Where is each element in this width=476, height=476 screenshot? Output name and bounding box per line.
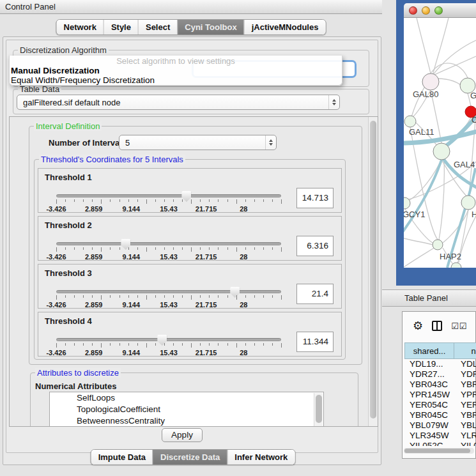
top-tab-label: Select xyxy=(146,22,170,32)
top-tab[interactable]: Network xyxy=(57,20,104,35)
table-hscrollbar-thumb[interactable] xyxy=(404,449,470,453)
gear-icon[interactable]: ⚙ xyxy=(413,320,423,332)
table-row[interactable]: YLR345W YLR345W xyxy=(404,431,476,441)
split-view-icon[interactable] xyxy=(432,321,442,331)
cell-name[interactable]: YDL19... xyxy=(454,359,476,369)
tick-mark xyxy=(65,343,66,346)
cell-shared-name[interactable]: YBR045C xyxy=(404,410,454,420)
threshold-value-field[interactable]: 11.344 xyxy=(296,332,334,352)
threshold-value-field[interactable]: 6.316 xyxy=(296,236,334,256)
slider-track[interactable] xyxy=(56,338,281,341)
cell-name[interactable]: YPR145W xyxy=(454,390,476,400)
popup-item[interactable]: Equal Width/Frequency Discretization xyxy=(10,75,342,85)
tick-mark xyxy=(128,247,129,250)
tick-mark xyxy=(164,295,165,298)
cell-shared-name[interactable]: YBL079W xyxy=(404,420,454,431)
settings-scrollbar[interactable] xyxy=(368,117,378,426)
slider-track[interactable] xyxy=(56,194,281,197)
attribute-list-item[interactable]: BetweennessCentrality xyxy=(50,415,323,427)
close-traffic-light-icon[interactable] xyxy=(409,6,417,15)
tick-label: 21.715 xyxy=(196,349,217,357)
tick-label: 28 xyxy=(240,301,247,309)
threshold-panel: Threshold 1 -3.426 2.859 9.144 xyxy=(38,168,342,213)
table-row[interactable]: YBL079W YBL079W xyxy=(404,420,476,431)
interval-definition-title: Interval Definition xyxy=(34,121,102,131)
tick-mark xyxy=(173,199,174,202)
threshold-value-field[interactable]: 14.713 xyxy=(296,188,334,208)
top-tab[interactable]: Style xyxy=(104,20,138,35)
cell-shared-name[interactable]: YDR27... xyxy=(404,369,454,380)
settings-scrollbar-thumb[interactable] xyxy=(370,121,376,418)
cell-name[interactable]: YDR27... xyxy=(454,369,476,380)
network-node[interactable] xyxy=(461,196,475,210)
cell-name[interactable]: YBR043C xyxy=(454,380,476,390)
cell-shared-name[interactable]: YBR043C xyxy=(404,380,454,390)
threshold-slider[interactable]: -3.426 2.859 9.144 15.43 21.715 28 xyxy=(55,190,282,213)
cell-shared-name[interactable]: YPR145W xyxy=(404,390,454,400)
cell-name[interactable]: YBR045C xyxy=(454,410,476,420)
tick-label: 28 xyxy=(240,205,247,213)
tick-mark xyxy=(191,247,192,252)
zoom-traffic-light-icon[interactable] xyxy=(434,6,443,15)
threshold-value-field[interactable]: 21.4 xyxy=(296,284,334,304)
cell-shared-name[interactable]: YER054C xyxy=(404,400,454,410)
tick-mark xyxy=(110,295,111,298)
bottom-tab[interactable]: Infer Network xyxy=(227,450,295,464)
bottom-tab[interactable]: Impute Data xyxy=(91,450,153,464)
table-row[interactable]: YER054C YER054C xyxy=(404,400,476,410)
table-row[interactable]: YDR27... YDR27... xyxy=(404,369,476,380)
network-edge[interactable] xyxy=(404,247,436,267)
list-scrollbar-thumb[interactable] xyxy=(316,395,322,423)
list-scrollbar[interactable] xyxy=(314,393,323,427)
network-canvas[interactable]: GAL80GACGAL11GAL4GCY1HHAP2 xyxy=(404,18,476,268)
network-edge[interactable] xyxy=(417,18,431,73)
slider-track[interactable] xyxy=(56,242,281,245)
table-panel: ⚙ ☑☑ shared... n... YDL19... YDL19... YD… xyxy=(402,311,476,459)
apply-button[interactable]: Apply xyxy=(162,428,203,442)
network-edge[interactable] xyxy=(433,18,449,75)
tick-mark xyxy=(56,343,57,348)
bottom-tab[interactable]: Discretize Data xyxy=(153,450,227,464)
tick-mark xyxy=(146,199,147,204)
cell-name[interactable]: YER054C xyxy=(454,400,476,410)
network-node[interactable] xyxy=(433,143,450,160)
table-row[interactable]: YPR145W YPR145W xyxy=(404,390,476,400)
attribute-list-item[interactable]: TopologicalCoefficient xyxy=(50,404,323,415)
column-header-name[interactable]: n... xyxy=(454,342,476,359)
cell-shared-name[interactable]: YIL052C xyxy=(404,441,454,446)
threshold-slider[interactable]: -3.426 2.859 9.144 15.43 21.715 28 xyxy=(55,238,282,261)
network-node[interactable] xyxy=(404,116,416,127)
cell-name[interactable]: YBL079W xyxy=(454,420,476,431)
tick-mark xyxy=(209,343,210,346)
cell-name[interactable]: YIL052C xyxy=(454,441,476,446)
tick-mark xyxy=(263,247,264,250)
table-row[interactable]: YBR045C YBR045C xyxy=(404,410,476,420)
column-header-shared-name[interactable]: shared... xyxy=(404,342,454,359)
table-row[interactable]: YIL052C YIL052C xyxy=(404,441,476,446)
top-tab[interactable]: Cyni Toolbox xyxy=(177,20,243,35)
tick-mark xyxy=(254,295,255,298)
popup-item[interactable]: Manual Discretization xyxy=(10,66,342,75)
table-data-combo[interactable]: galFiltered.sif default node xyxy=(17,95,340,110)
tick-mark xyxy=(209,247,210,250)
threshold-slider[interactable]: -3.426 2.859 9.144 15.43 21.715 28 xyxy=(55,286,282,309)
table-hscrollbar[interactable] xyxy=(404,448,474,454)
cell-shared-name[interactable]: YLR345W xyxy=(404,431,454,441)
table-row[interactable]: YBR043C YBR043C xyxy=(404,380,476,390)
select-columns-icon[interactable]: ☑☑ xyxy=(451,321,467,331)
network-edge[interactable] xyxy=(444,118,471,146)
network-node[interactable] xyxy=(433,240,443,250)
top-tab[interactable]: jActiveMNodules xyxy=(244,20,326,35)
cell-name[interactable]: YLR345W xyxy=(454,431,476,441)
network-edge[interactable] xyxy=(439,160,444,240)
network-view[interactable]: GAL80GACGAL11GAL4GCY1HHAP2 xyxy=(404,18,476,268)
minimize-traffic-light-icon[interactable] xyxy=(422,6,430,15)
cell-shared-name[interactable]: YDL19... xyxy=(404,359,454,369)
slider-track[interactable] xyxy=(56,290,281,293)
threshold-slider[interactable]: -3.426 2.859 9.144 15.43 21.715 28 xyxy=(55,334,282,357)
network-window-titlebar[interactable] xyxy=(404,3,476,18)
attribute-list-item[interactable]: SelfLoops xyxy=(50,392,323,404)
network-node[interactable] xyxy=(422,73,439,90)
table-row[interactable]: YDL19... YDL19... xyxy=(404,359,476,369)
top-tab[interactable]: Select xyxy=(138,20,177,35)
